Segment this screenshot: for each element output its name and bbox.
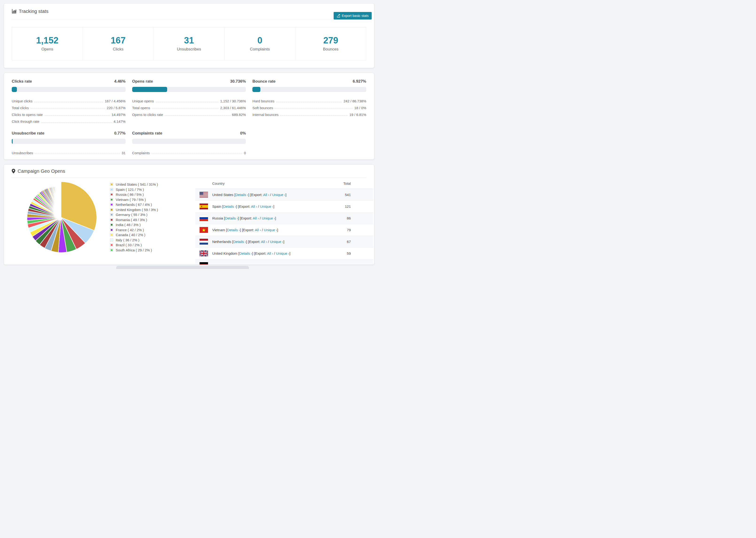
geo-table-row: United Kingdom [Details ›] [Export: All … xyxy=(195,248,373,259)
rate-progress-fill xyxy=(132,87,167,92)
export-all-link[interactable]: All › xyxy=(253,216,259,220)
rate-stat-label: Hard bounces xyxy=(252,99,274,103)
rate-stat-value: 242 / 86.738% xyxy=(344,99,366,103)
legend-item: India ( 46 / 3% ) xyxy=(110,222,158,228)
legend-item: United States ( 541 / 31% ) xyxy=(110,182,158,187)
country-total: 541 xyxy=(345,193,351,197)
legend-item: Spain ( 121 / 7% ) xyxy=(110,187,158,192)
slash-text: / xyxy=(269,193,272,197)
export-unique-link[interactable]: Unique › xyxy=(272,193,286,197)
country-cell: United Kingdom [Details ›] [Export: All … xyxy=(212,251,291,255)
geo-table-row: Netherlands [Details ›] [Export: All › /… xyxy=(195,236,373,248)
country-name: Vietnam [ xyxy=(212,228,227,232)
dotted-leader xyxy=(152,109,219,109)
slash-text: / xyxy=(259,216,262,220)
rate-stat-row: Clicks to opens rate14.497% xyxy=(12,110,126,117)
tracking-stats-header: Tracking stats Export basic stats xyxy=(4,4,374,19)
export-unique-link[interactable]: Unique › xyxy=(262,216,275,220)
rate-stat-value: 31 xyxy=(122,151,126,155)
legend-label: Russia ( 86 / 5% ) xyxy=(116,192,144,196)
rate-progress-bar xyxy=(132,139,246,144)
geo-pie-legend: United States ( 541 / 31% )Spain ( 121 /… xyxy=(110,182,158,252)
legend-item: Italy ( 36 / 2% ) xyxy=(110,238,158,243)
export-basic-stats-button[interactable]: Export basic stats xyxy=(334,12,372,20)
bracket-text: ] xyxy=(290,251,291,255)
export-unique-link[interactable]: Unique › xyxy=(276,251,290,255)
country-column-header: Country xyxy=(212,182,225,186)
bracket-text: ] [Export: xyxy=(252,251,267,255)
rate-stat-rows: Hard bounces242 / 86.738%Soft bounces18 … xyxy=(252,96,366,117)
export-all-link[interactable]: All › xyxy=(251,204,257,208)
country-total: 59 xyxy=(347,251,351,255)
export-all-link[interactable]: All › xyxy=(255,228,261,232)
country-total: 67 xyxy=(347,240,351,243)
rate-stat-label: Total opens xyxy=(132,106,150,110)
legend-swatch xyxy=(110,188,113,191)
rate-stat-value: 19 / 6.81% xyxy=(350,113,366,117)
export-unique-link[interactable]: Unique › xyxy=(270,240,283,243)
bracket-text: ] xyxy=(273,204,274,208)
rate-stat-row: Unsubscribes31 xyxy=(12,148,126,155)
dotted-leader xyxy=(41,122,112,123)
legend-label: Romania ( 49 / 3% ) xyxy=(116,218,147,222)
legend-label: Brazil ( 33 / 2% ) xyxy=(116,243,142,247)
rate-stat-label: Unique clicks xyxy=(12,99,32,103)
legend-label: France ( 42 / 2% ) xyxy=(116,228,144,232)
legend-swatch xyxy=(110,193,113,196)
slash-text: / xyxy=(267,240,270,243)
rate-section-bounce-rate: Bounce rate6.927%Hard bounces242 / 86.73… xyxy=(252,79,366,124)
rate-title-row: Clicks rate4.46% xyxy=(12,79,126,84)
rate-section-clicks-rate: Clicks rate4.46%Unique clicks167 / 4.456… xyxy=(12,79,126,124)
export-all-link[interactable]: All › xyxy=(263,193,269,197)
rate-stat-row: Internal bounces19 / 6.81% xyxy=(252,110,366,117)
legend-swatch xyxy=(110,183,113,186)
rate-stat-row: Complaints0 xyxy=(132,148,246,155)
rate-title: Opens rate xyxy=(132,79,153,84)
geo-table-header: Country Total xyxy=(195,178,373,189)
legend-swatch xyxy=(110,233,113,237)
legend-swatch xyxy=(110,228,113,232)
geo-table-row-partial xyxy=(195,259,373,265)
export-all-link[interactable]: All › xyxy=(261,240,267,243)
legend-item: South Africa ( 29 / 2% ) xyxy=(110,248,158,253)
rate-title-row: Complaints rate0% xyxy=(132,131,246,136)
details-link[interactable]: Details › xyxy=(239,251,252,255)
export-unique-link[interactable]: Unique › xyxy=(260,204,273,208)
geo-table-row: Spain [Details ›] [Export: All › / Uniqu… xyxy=(195,201,373,212)
slash-text: / xyxy=(261,228,264,232)
export-all-link[interactable]: All › xyxy=(267,251,273,255)
geo-pie-chart[interactable] xyxy=(23,180,99,255)
bracket-text: ] [Export: xyxy=(240,228,255,232)
rate-value: 4.46% xyxy=(114,79,125,84)
rate-stat-row: Unique clicks167 / 4.456% xyxy=(12,96,126,103)
stat-value: 279 xyxy=(323,36,338,45)
rate-value: 30.736% xyxy=(230,79,246,84)
country-total: 121 xyxy=(345,204,351,208)
rate-stat-label: Complaints xyxy=(132,151,150,155)
slash-text: / xyxy=(273,251,276,255)
stat-value: 31 xyxy=(184,36,194,45)
bracket-text: ] [Export: xyxy=(236,204,251,208)
details-link[interactable]: Details › xyxy=(235,193,248,197)
geo-table-row: Vietnam [Details ›] [Export: All › / Uni… xyxy=(195,224,373,236)
rate-value: 0% xyxy=(240,131,246,136)
bracket-text: ] xyxy=(283,240,284,243)
rate-stat-label: Click through rate xyxy=(12,120,39,124)
tracking-stats-title: Tracking stats xyxy=(19,9,49,14)
rate-title: Clicks rate xyxy=(12,79,32,84)
rate-progress-bar xyxy=(12,139,126,144)
legend-item: Germany ( 55 / 3% ) xyxy=(110,212,158,217)
total-column-header: Total xyxy=(343,182,351,186)
details-link[interactable]: Details › xyxy=(225,216,238,220)
legend-swatch xyxy=(110,243,113,246)
rate-stat-value: 4.147% xyxy=(114,120,126,124)
legend-item: France ( 42 / 2% ) xyxy=(110,228,158,233)
details-link[interactable]: Details › xyxy=(223,204,236,208)
details-link[interactable]: Details › xyxy=(233,240,246,243)
rate-stat-label: Soft bounces xyxy=(252,106,273,110)
rate-stat-row: Opens to clicks rate689.82% xyxy=(132,110,246,117)
dotted-leader xyxy=(35,154,120,154)
export-unique-link[interactable]: Unique › xyxy=(264,228,277,232)
details-link[interactable]: Details › xyxy=(227,228,240,232)
header-divider xyxy=(12,19,366,19)
